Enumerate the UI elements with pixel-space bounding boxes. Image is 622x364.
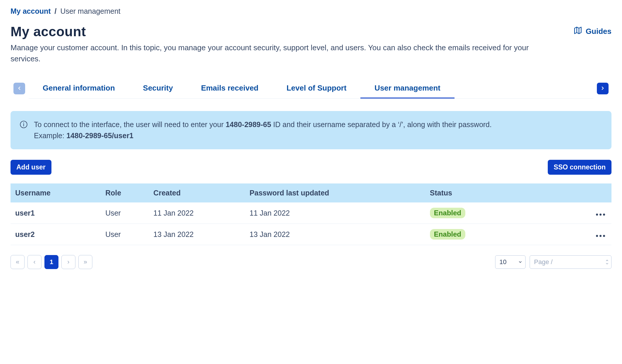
col-actions xyxy=(557,183,611,202)
info-icon xyxy=(19,120,28,129)
stepper-up-icon xyxy=(605,259,609,262)
tabs-scroll-right-button[interactable] xyxy=(597,83,609,94)
table-row: user2 User 13 Jan 2022 13 Jan 2022 Enabl… xyxy=(11,224,611,245)
tab-level-of-support[interactable]: Level of Support xyxy=(272,78,360,98)
cell-created: 11 Jan 2022 xyxy=(149,202,245,224)
chevron-down-icon xyxy=(518,258,522,266)
per-page-value: 10 xyxy=(500,258,507,266)
page-first-button[interactable]: « xyxy=(11,255,25,269)
page-last-button[interactable]: » xyxy=(78,255,92,269)
page-stepper[interactable] xyxy=(605,259,609,265)
cell-role: User xyxy=(101,202,148,224)
table-header-row: Username Role Created Password last upda… xyxy=(11,183,611,202)
col-created: Created xyxy=(149,183,245,202)
cell-updated: 13 Jan 2022 xyxy=(245,224,425,245)
breadcrumb-root-link[interactable]: My account xyxy=(11,7,51,15)
svg-point-5 xyxy=(23,122,24,123)
tabs-scroll-left-button[interactable] xyxy=(13,83,25,94)
tabs-bar: General information Security Emails rece… xyxy=(29,78,593,99)
page-title: My account xyxy=(11,24,86,39)
cell-role: User xyxy=(101,224,148,245)
chevron-left-icon xyxy=(17,84,22,93)
cell-actions xyxy=(557,224,611,245)
status-badge: Enabled xyxy=(430,229,465,240)
page-prev-button[interactable]: ‹ xyxy=(27,255,42,269)
tab-security[interactable]: Security xyxy=(129,78,187,98)
row-actions-menu-button[interactable] xyxy=(594,233,607,239)
page-description: Manage your customer account. In this to… xyxy=(11,42,537,64)
guides-label: Guides xyxy=(586,27,611,36)
cell-created: 13 Jan 2022 xyxy=(149,224,245,245)
per-page-select[interactable]: 10 xyxy=(495,255,526,269)
breadcrumb: My account / User management xyxy=(11,7,611,15)
sso-connection-button[interactable]: SSO connection xyxy=(548,160,611,175)
info-text: To connect to the interface, the user wi… xyxy=(34,119,492,141)
page-jump-input[interactable]: Page / xyxy=(530,255,611,269)
pagination-controls: « ‹ 1 › » xyxy=(11,255,92,269)
info-text-pre: To connect to the interface, the user wi… xyxy=(34,120,226,129)
info-account-id: 1480-2989-65 xyxy=(226,120,271,129)
row-actions-menu-button[interactable] xyxy=(594,212,607,217)
guides-button[interactable]: Guides xyxy=(573,24,611,37)
table-row: user1 User 11 Jan 2022 11 Jan 2022 Enabl… xyxy=(11,202,611,224)
tab-general-information[interactable]: General information xyxy=(29,78,129,98)
users-table: Username Role Created Password last upda… xyxy=(11,183,611,245)
cell-updated: 11 Jan 2022 xyxy=(245,202,425,224)
cell-status: Enabled xyxy=(425,224,557,245)
status-badge: Enabled xyxy=(430,208,465,218)
map-icon xyxy=(573,26,582,37)
col-password-updated: Password last updated xyxy=(245,183,425,202)
page-next-button[interactable]: › xyxy=(61,255,75,269)
cell-actions xyxy=(557,202,611,224)
dots-icon xyxy=(596,214,598,216)
add-user-button[interactable]: Add user xyxy=(11,160,51,175)
cell-username: user1 xyxy=(11,202,101,224)
col-status: Status xyxy=(425,183,557,202)
svg-marker-0 xyxy=(575,27,581,34)
info-text-mid: ID and their username separated by a ‘/’… xyxy=(271,120,492,129)
col-role: Role xyxy=(101,183,148,202)
tab-emails-received[interactable]: Emails received xyxy=(187,78,273,98)
page-number-button[interactable]: 1 xyxy=(44,255,58,269)
cell-username: user2 xyxy=(11,224,101,245)
info-panel: To connect to the interface, the user wi… xyxy=(11,111,611,149)
col-username: Username xyxy=(11,183,101,202)
stepper-down-icon xyxy=(605,262,609,265)
breadcrumb-current: User management xyxy=(60,7,120,15)
chevron-right-icon xyxy=(600,84,605,93)
info-example-label: Example: xyxy=(34,131,66,140)
page-jump-label: Page xyxy=(534,258,549,266)
cell-status: Enabled xyxy=(425,202,557,224)
dots-icon xyxy=(596,235,598,237)
breadcrumb-separator: / xyxy=(54,7,56,15)
tab-user-management[interactable]: User management xyxy=(360,78,454,98)
info-example-value: 1480-2989-65/user1 xyxy=(66,131,133,140)
page-jump-sep: / xyxy=(551,258,552,266)
